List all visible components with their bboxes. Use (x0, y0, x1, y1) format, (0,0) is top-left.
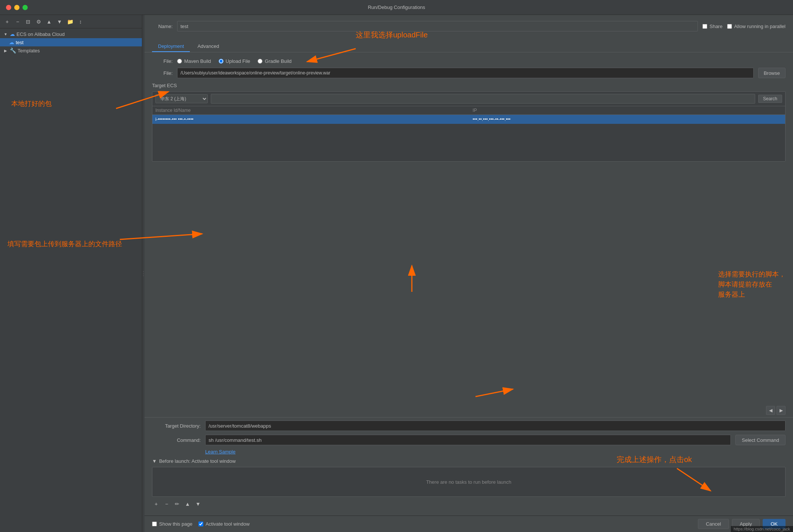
activate-window-checkbox[interactable] (198, 522, 203, 526)
maven-build-radio[interactable] (177, 59, 182, 64)
before-launch-label: Before launch: Activate tool window (159, 458, 236, 464)
table-row[interactable]: i-••••••••-••• •••-•-•••• •••.••.•••.•••… (152, 115, 785, 124)
tab-advanced[interactable]: Advanced (191, 41, 225, 52)
copy-config-button[interactable]: ⊟ (24, 18, 32, 26)
remove-config-button[interactable]: − (13, 18, 22, 26)
move-down-button[interactable]: ▼ (55, 18, 64, 26)
sidebar-tree: ▼ ☁ ECS on Alibaba Cloud ☁ test ▶ 🔧 Temp… (0, 28, 142, 532)
upload-file-option[interactable]: Upload File (219, 58, 250, 64)
activate-window-label[interactable]: Activate tool window (198, 521, 250, 527)
command-input[interactable] (205, 435, 731, 445)
command-row: Command: Select Command (152, 435, 786, 445)
region-select[interactable]: 华东 2 (上海) 华北 1 (青岛) 华南 1 (深圳) (155, 94, 208, 103)
sidebar-item-test[interactable]: ☁ test (0, 38, 142, 46)
empty-row (152, 124, 785, 161)
minimize-button[interactable] (14, 5, 19, 10)
gradle-build-label: Gradle Build (265, 58, 292, 64)
maximize-button[interactable] (22, 5, 28, 10)
show-page-text: Show this page (159, 521, 192, 527)
chevron-down-icon: ▼ (3, 32, 8, 36)
next-arrow-button[interactable]: ▶ (777, 406, 786, 415)
tab-bar: Deployment Advanced (145, 38, 793, 52)
launch-edit-button[interactable]: ✏ (173, 500, 181, 508)
browse-button[interactable]: Browse (758, 68, 786, 78)
cloud-icon: ☁ (10, 31, 15, 37)
test-label: test (16, 40, 24, 45)
launch-add-button[interactable]: + (152, 500, 160, 508)
templates-label: Templates (18, 48, 40, 53)
tab-deployment[interactable]: Deployment (152, 41, 190, 52)
allow-parallel-text: Allow running in parallel (734, 24, 786, 29)
file-path-input[interactable] (177, 68, 754, 78)
top-form: Name: Share Allow running in parallel (145, 15, 793, 38)
file-type-label: File: (152, 58, 173, 64)
footer-bar: Show this page Activate tool window Canc… (145, 516, 793, 532)
nav-arrows: ◀ ▶ (145, 404, 793, 417)
upload-file-radio[interactable] (219, 59, 224, 64)
before-launch-chevron: ▼ (152, 458, 157, 464)
ecs-group-label: ECS on Alibaba Cloud (16, 31, 65, 37)
move-up-button[interactable]: ▲ (45, 18, 53, 26)
file-path-row: File: Browse (152, 68, 786, 78)
target-ecs-section: Target ECS 华东 2 (上海) 华北 1 (青岛) 华南 1 (深圳)… (152, 83, 786, 162)
file-type-row: File: Maven Build Upload File Gradle Bui… (152, 58, 786, 64)
name-label: Name: (152, 24, 173, 29)
sidebar-item-templates[interactable]: ▶ 🔧 Templates (0, 46, 142, 55)
command-label: Command: (152, 437, 201, 443)
target-directory-label: Target Directory: (152, 423, 201, 429)
gradle-build-radio[interactable] (258, 59, 262, 64)
main-layout: + − ⊟ ⚙ ▲ ▼ 📁 ↕ ▼ ☁ ECS on Alibaba Cloud… (0, 15, 793, 532)
url-bar: https://blog.csdn.net/coco_jack (731, 526, 793, 532)
target-directory-row: Target Directory: (152, 421, 786, 431)
sidebar: + − ⊟ ⚙ ▲ ▼ 📁 ↕ ▼ ☁ ECS on Alibaba Cloud… (0, 15, 142, 532)
no-tasks-text: There are no tasks to run before launch (426, 479, 511, 485)
share-checkbox-label[interactable]: Share (702, 24, 723, 29)
learn-sample-link[interactable]: Learn Sample (205, 449, 786, 455)
maven-build-option[interactable]: Maven Build (177, 58, 211, 64)
content-area: Name: Share Allow running in parallel De… (145, 15, 793, 532)
name-row: Name: Share Allow running in parallel (152, 21, 786, 31)
launch-remove-button[interactable]: − (162, 500, 171, 508)
ecs-container: 华东 2 (上海) 华北 1 (青岛) 华南 1 (深圳) Search Ins… (152, 91, 786, 162)
launch-toolbar: + − ✏ ▲ ▼ (152, 500, 786, 508)
add-config-button[interactable]: + (3, 18, 11, 26)
target-directory-input[interactable] (205, 421, 786, 431)
before-launch-section: ▼ Before launch: Activate tool window Th… (152, 458, 786, 508)
gradle-build-option[interactable]: Gradle Build (258, 58, 292, 64)
launch-up-button[interactable]: ▲ (183, 500, 192, 508)
ip-cell: •••.••.•••.•••-••-•••.••• (470, 115, 785, 124)
folder-button[interactable]: 📁 (66, 18, 74, 26)
window-title: Run/Debug Configurations (368, 4, 425, 10)
allow-parallel-checkbox[interactable] (727, 24, 732, 29)
instance-id-cell: i-••••••••-••• •••-•-•••• (152, 115, 470, 124)
ecs-toolbar: 华东 2 (上海) 华北 1 (青岛) 华南 1 (深圳) Search (152, 92, 785, 106)
sidebar-toolbar: + − ⊟ ⚙ ▲ ▼ 📁 ↕ (0, 15, 142, 28)
sort-button[interactable]: ↕ (76, 18, 85, 26)
name-input[interactable] (177, 21, 698, 31)
search-button[interactable]: Search (758, 95, 782, 103)
target-ecs-title: Target ECS (152, 83, 786, 88)
ecs-table: Instance Id/Name IP i-••••••••-••• •••-•… (152, 106, 785, 161)
share-label: Share (710, 24, 723, 29)
prev-arrow-button[interactable]: ◀ (766, 406, 775, 415)
allow-parallel-label[interactable]: Allow running in parallel (727, 24, 786, 29)
close-button[interactable] (6, 5, 11, 10)
launch-down-button[interactable]: ▼ (194, 500, 202, 508)
traffic-lights (6, 5, 28, 10)
sidebar-item-ecs-group[interactable]: ▼ ☁ ECS on Alibaba Cloud (0, 30, 142, 38)
upload-file-label: Upload File (226, 58, 250, 64)
settings-button[interactable]: ⚙ (34, 18, 43, 26)
cancel-button[interactable]: Cancel (698, 519, 729, 529)
share-checkbox[interactable] (702, 24, 707, 29)
select-command-button[interactable]: Select Command (735, 435, 786, 445)
title-bar: Run/Debug Configurations (0, 0, 793, 15)
tab-content: File: Maven Build Upload File Gradle Bui… (145, 52, 793, 404)
footer-left: Show this page Activate tool window (152, 521, 250, 527)
show-page-checkbox[interactable] (152, 522, 157, 526)
ecs-search-input[interactable] (211, 94, 755, 104)
show-page-label[interactable]: Show this page (152, 521, 192, 527)
instance-id-column-header: Instance Id/Name (152, 106, 470, 115)
activate-window-text: Activate tool window (206, 521, 250, 527)
cloud-icon-test: ☁ (9, 39, 14, 45)
bottom-section: Target Directory: Command: Select Comman… (145, 417, 793, 516)
